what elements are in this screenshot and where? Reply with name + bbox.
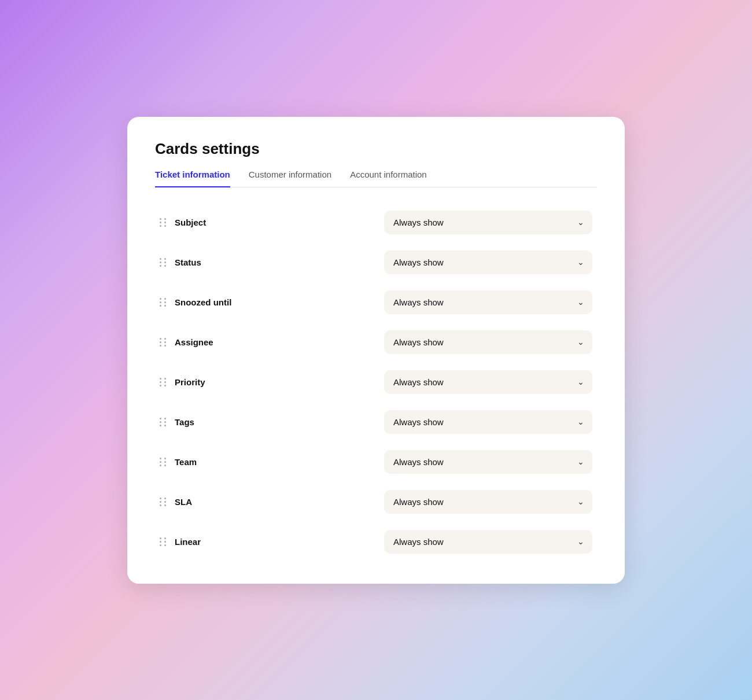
drag-handle-linear[interactable]: [160, 537, 167, 546]
settings-row-team: Team Always showShow when not emptyAlway…: [155, 443, 597, 481]
select-assignee[interactable]: Always showShow when not emptyAlways hid…: [384, 330, 592, 354]
row-label-status: Status: [175, 257, 201, 267]
select-wrapper-tags: Always showShow when not emptyAlways hid…: [384, 410, 592, 434]
settings-card: Cards settings Ticket information Custom…: [127, 117, 625, 584]
settings-row-status: Status Always showShow when not emptyAlw…: [155, 244, 597, 281]
drag-handle-status[interactable]: [160, 258, 167, 267]
row-label-tags: Tags: [175, 417, 194, 427]
row-left-tags: Tags: [160, 417, 194, 427]
select-wrapper-sla: Always showShow when not emptyAlways hid…: [384, 490, 592, 514]
tab-account-information[interactable]: Account information: [350, 170, 427, 187]
select-wrapper-priority: Always showShow when not emptyAlways hid…: [384, 370, 592, 394]
select-wrapper-linear: Always showShow when not emptyAlways hid…: [384, 530, 592, 554]
tab-customer-information[interactable]: Customer information: [249, 170, 331, 187]
row-left-assignee: Assignee: [160, 337, 213, 347]
settings-row-tags: Tags Always showShow when not emptyAlway…: [155, 403, 597, 441]
row-label-team: Team: [175, 457, 197, 467]
select-sla[interactable]: Always showShow when not emptyAlways hid…: [384, 490, 592, 514]
settings-row-linear: Linear Always showShow when not emptyAlw…: [155, 523, 597, 561]
select-subject[interactable]: Always showShow when not emptyAlways hid…: [384, 211, 592, 234]
row-left-snoozed: Snoozed until: [160, 297, 231, 307]
drag-handle-assignee[interactable]: [160, 338, 167, 347]
settings-row-priority: Priority Always showShow when not emptyA…: [155, 363, 597, 401]
row-label-assignee: Assignee: [175, 337, 213, 347]
row-label-snoozed: Snoozed until: [175, 297, 231, 307]
row-label-linear: Linear: [175, 537, 201, 547]
select-wrapper-subject: Always showShow when not emptyAlways hid…: [384, 211, 592, 234]
select-tags[interactable]: Always showShow when not emptyAlways hid…: [384, 410, 592, 434]
row-label-priority: Priority: [175, 377, 205, 387]
page-title: Cards settings: [155, 140, 597, 158]
select-wrapper-assignee: Always showShow when not emptyAlways hid…: [384, 330, 592, 354]
settings-row-sla: SLA Always showShow when not emptyAlways…: [155, 483, 597, 521]
row-left-linear: Linear: [160, 537, 201, 547]
row-left-priority: Priority: [160, 377, 205, 387]
select-snoozed[interactable]: Always showShow when not emptyAlways hid…: [384, 290, 592, 314]
select-priority[interactable]: Always showShow when not emptyAlways hid…: [384, 370, 592, 394]
row-label-sla: SLA: [175, 497, 192, 507]
drag-handle-tags[interactable]: [160, 418, 167, 426]
drag-handle-sla[interactable]: [160, 498, 167, 506]
row-left-subject: Subject: [160, 218, 206, 227]
select-linear[interactable]: Always showShow when not emptyAlways hid…: [384, 530, 592, 554]
select-wrapper-snoozed: Always showShow when not emptyAlways hid…: [384, 290, 592, 314]
row-left-sla: SLA: [160, 497, 192, 507]
tab-ticket-information[interactable]: Ticket information: [155, 170, 230, 187]
row-label-subject: Subject: [175, 218, 206, 227]
drag-handle-snoozed[interactable]: [160, 298, 167, 307]
settings-row-snoozed: Snoozed until Always showShow when not e…: [155, 283, 597, 321]
row-left-status: Status: [160, 257, 201, 267]
row-left-team: Team: [160, 457, 197, 467]
settings-row-subject: Subject Always showShow when not emptyAl…: [155, 204, 597, 241]
select-team[interactable]: Always showShow when not emptyAlways hid…: [384, 450, 592, 474]
settings-row-assignee: Assignee Always showShow when not emptyA…: [155, 323, 597, 361]
select-wrapper-status: Always showShow when not emptyAlways hid…: [384, 250, 592, 274]
drag-handle-team[interactable]: [160, 458, 167, 466]
drag-handle-subject[interactable]: [160, 218, 167, 227]
select-wrapper-team: Always showShow when not emptyAlways hid…: [384, 450, 592, 474]
select-status[interactable]: Always showShow when not emptyAlways hid…: [384, 250, 592, 274]
tab-bar: Ticket information Customer information …: [155, 170, 597, 187]
settings-list: Subject Always showShow when not emptyAl…: [155, 204, 597, 561]
drag-handle-priority[interactable]: [160, 378, 167, 386]
